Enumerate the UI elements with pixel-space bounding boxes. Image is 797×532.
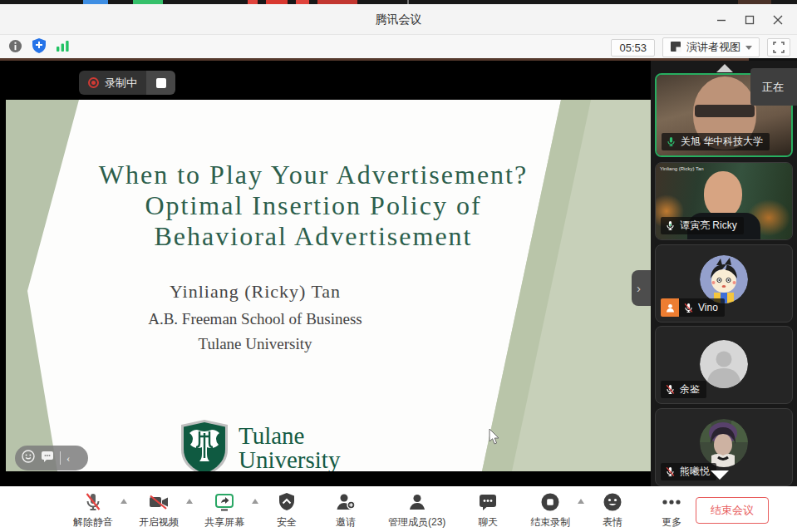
recording-label: 录制中 <box>105 76 137 91</box>
default-avatar <box>700 340 748 388</box>
view-mode-selector[interactable]: 演讲者视图 <box>662 37 760 57</box>
scroll-down-arrow[interactable] <box>711 470 729 480</box>
mic-active-icon <box>666 136 676 147</box>
chat-button[interactable]: 聊天 <box>471 491 504 530</box>
end-recording-button[interactable]: 结束录制 <box>530 491 570 530</box>
author-school: A.B. Freeman School of Business <box>85 310 426 328</box>
stop-recording-button[interactable] <box>146 71 175 95</box>
meeting-toolbar: 05:53 演讲者视图 <box>0 35 797 58</box>
shared-screen-area: When to Play Your Advertisement? Optimal… <box>0 58 651 486</box>
participant-tile-yujian[interactable]: 余鉴 <box>655 326 793 404</box>
close-button[interactable] <box>764 4 792 35</box>
participant-name: 余鉴 <box>680 382 700 397</box>
manage-members-button[interactable]: 管理成员(23) <box>388 491 445 530</box>
layout-view-icon <box>670 41 681 55</box>
protection-shield-icon[interactable] <box>32 38 46 57</box>
participant-name: Vino <box>698 302 718 313</box>
network-signal-icon[interactable] <box>56 39 70 56</box>
reaction-mini-toolbar: ‹ <box>15 446 88 470</box>
start-video-button[interactable]: 开启视频 <box>139 491 179 530</box>
video-options-caret[interactable] <box>186 499 193 504</box>
participant-name: 谭寅亮 Ricky <box>680 219 737 233</box>
mic-options-caret[interactable] <box>121 499 127 504</box>
tulane-logo: Tulane University <box>178 418 340 471</box>
mic-muted-icon <box>683 303 694 313</box>
chevron-down-icon <box>745 46 752 50</box>
collapse-pill-icon[interactable]: ‹ <box>66 451 70 465</box>
invite-person-icon <box>335 491 357 513</box>
photo-avatar <box>700 419 748 467</box>
recording-dot-icon <box>88 77 99 88</box>
chevron-right-icon: › <box>637 281 641 295</box>
mic-muted-icon <box>665 384 676 395</box>
video-overlay-text: Yinliang (Ricky) Tan <box>660 166 704 171</box>
speaking-tooltip: 正在 <box>750 68 797 106</box>
shared-screen-top-edge <box>0 58 749 61</box>
maximize-button[interactable] <box>736 4 764 35</box>
invite-button[interactable]: 邀请 <box>329 491 362 530</box>
titlebar: 腾讯会议 <box>0 4 797 35</box>
cartoon-avatar <box>700 255 748 303</box>
participants-sidebar: 关旭 华中科技大学 Yinliang (Ricky) Tan 谭寅亮 Ri <box>651 58 797 486</box>
scroll-up-arrow[interactable] <box>716 64 733 72</box>
slide-title: When to Play Your Advertisement? Optimal… <box>6 160 621 252</box>
recording-indicator: 录制中 <box>79 71 175 95</box>
window-title: 腾讯会议 <box>0 12 797 27</box>
fullscreen-button[interactable] <box>767 38 790 57</box>
presentation-slide: When to Play Your Advertisement? Optimal… <box>6 100 651 471</box>
tulane-logo-text: Tulane University <box>239 424 340 471</box>
recording-options-caret[interactable] <box>578 499 584 504</box>
emoji-icon <box>603 491 622 513</box>
members-icon <box>407 491 427 513</box>
unmute-button[interactable]: 解除静音 <box>73 491 113 530</box>
presenter-badge-icon <box>661 298 679 317</box>
share-screen-button[interactable]: 共享屏幕 <box>204 491 244 530</box>
author-university: Tulane University <box>85 335 426 353</box>
meeting-timer: 05:53 <box>611 39 655 57</box>
more-button[interactable]: 更多 <box>655 491 688 530</box>
mouse-cursor <box>489 428 501 446</box>
tulane-shield-icon <box>178 418 231 471</box>
mic-muted-icon <box>665 466 676 477</box>
mic-on-icon <box>665 220 676 231</box>
share-screen-icon <box>214 491 235 513</box>
meeting-info-icon[interactable] <box>8 39 22 57</box>
minimize-button[interactable] <box>707 4 736 35</box>
more-dots-icon <box>661 491 682 513</box>
view-mode-label: 演讲者视图 <box>686 40 740 55</box>
tencent-meeting-window: 腾讯会议 05:53 <box>0 0 797 532</box>
participant-name: 熊曦悦 <box>680 465 710 479</box>
author-name: Yinliang (Ricky) Tan <box>85 281 426 303</box>
sidebar-collapse-tab[interactable]: › <box>632 270 651 306</box>
stop-icon <box>156 78 166 88</box>
chat-icon <box>478 491 498 513</box>
chat-bubble-icon[interactable] <box>41 451 54 466</box>
camera-off-icon <box>148 491 170 513</box>
security-shield-icon <box>278 491 296 513</box>
bottom-control-bar: 解除静音 开启视频 <box>0 486 797 532</box>
fullscreen-icon <box>773 42 785 53</box>
end-meeting-button[interactable]: 结束会议 <box>696 497 769 524</box>
participant-name: 关旭 华中科技大学 <box>681 135 763 149</box>
emoji-reaction-icon[interactable] <box>22 450 35 466</box>
security-button[interactable]: 安全 <box>270 491 303 530</box>
mic-muted-icon <box>83 491 103 513</box>
share-options-caret[interactable] <box>252 499 258 504</box>
slide-author-block: Yinliang (Ricky) Tan A.B. Freeman School… <box>85 281 426 353</box>
participant-tile-vino[interactable]: Vino <box>655 244 793 323</box>
stop-recording-icon <box>540 491 560 513</box>
participant-tile-ricky[interactable]: Yinliang (Ricky) Tan 谭寅亮 Ricky <box>655 162 793 240</box>
emoji-button[interactable]: 表情 <box>596 491 629 530</box>
